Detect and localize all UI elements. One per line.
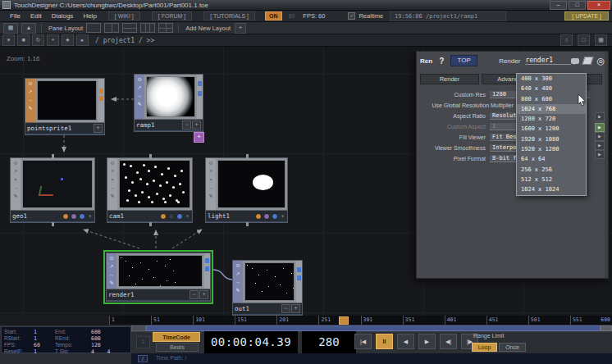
pickable-flag-dot[interactable] [168, 213, 175, 220]
edit-flag-icon[interactable]: ✎ [208, 193, 212, 200]
display-flag-icon[interactable]: ⊙ [13, 160, 17, 167]
setting-value[interactable]: 1 [34, 335, 55, 342]
beats-mode-button[interactable]: Beats [156, 343, 199, 352]
combo-arrow-icon[interactable]: ▶ [595, 123, 605, 132]
add-bookmark-icon[interactable]: + [47, 34, 59, 46]
dropdown-item[interactable]: 256 x 256 [517, 165, 586, 175]
node-ramp1[interactable]: ⊙ ↗ → ✎ ramp1 – + + [134, 74, 203, 132]
combo-arrow-icon[interactable]: ▶ [595, 150, 605, 159]
collapse-node-icon[interactable]: – [182, 121, 191, 130]
setting-value[interactable]: 600 [91, 329, 128, 335]
menu-help[interactable]: Help [83, 12, 96, 20]
language-target-icon[interactable]: ◎ [596, 57, 605, 66]
viewer-flag-icon[interactable]: ↗ [110, 168, 114, 175]
dropdown-item[interactable]: 512 x 512 [517, 175, 586, 184]
edit-flag-icon[interactable]: ✎ [13, 193, 17, 200]
more-flags-icon[interactable]: + [87, 213, 93, 220]
dropdown-item[interactable]: 1920 x 1200 [517, 144, 586, 154]
node-connector-column[interactable] [296, 261, 302, 303]
node-name-bar[interactable]: cam1 + [107, 210, 192, 222]
viewer-flag-icon[interactable]: ↗ [137, 84, 141, 92]
layout-quad-button[interactable] [158, 23, 173, 33]
node-geo1[interactable]: ⊙ ↗ × → ✎ geo1 + [10, 157, 95, 223]
playhead[interactable] [339, 316, 349, 325]
setting-value[interactable]: 600 [91, 335, 128, 342]
window-placement-icon[interactable]: ▦ [3, 23, 18, 34]
dropdown-item[interactable]: 1600 x 1200 [517, 124, 586, 134]
export-flag-icon[interactable]: → [137, 93, 142, 100]
edit-flag-icon[interactable]: ✎ [28, 105, 32, 112]
node-cam1[interactable]: ⊙ ↗ × → ✎ cam1 + [107, 157, 193, 223]
node-name-bar[interactable]: pointsprite1 + [25, 122, 104, 134]
pickable-flag-dot[interactable] [263, 213, 270, 220]
viewer-flag-icon[interactable]: ↗ [28, 89, 32, 96]
network-editor[interactable]: Zoom: 1.16 ⊙ ↗ → ✎ pointsp [0, 47, 612, 316]
link-tutorials[interactable]: [ TUTORIALS ] [203, 11, 255, 20]
help-icon[interactable]: ? [439, 57, 444, 66]
render-flag-dot[interactable] [255, 213, 262, 220]
update-button[interactable]: [ UPDATE ] [564, 11, 609, 20]
viewer-grid-icon[interactable]: ▦ [595, 34, 607, 46]
realtime-label[interactable]: Realtime [359, 12, 383, 20]
display-flag-dot[interactable] [176, 213, 183, 220]
display-flag-icon[interactable]: ⊙ [110, 160, 114, 167]
maximize-button[interactable]: □ [569, 1, 586, 10]
timeline-ruler[interactable]: 151101151201251301351401451501551600 [109, 316, 612, 325]
node-connector-column[interactable] [197, 75, 203, 119]
viewer-flag-icon[interactable]: ↗ [235, 271, 240, 278]
node-name-bar[interactable]: light1 + [206, 210, 287, 222]
resolution-dropdown[interactable]: 400 x 300640 x 480800 x 6001024 x 768128… [516, 73, 587, 196]
node-connector-column[interactable] [204, 253, 210, 289]
viewer-flag-icon[interactable]: ↗ [109, 263, 113, 271]
viewer-flag-icon[interactable]: ↗ [13, 168, 17, 175]
layout-single-button[interactable] [86, 23, 101, 33]
display-flag-icon[interactable]: ⊙ [28, 80, 32, 88]
frame-display[interactable]: 280 [302, 331, 356, 353]
node-name-bar[interactable]: ramp1 – + [135, 119, 203, 131]
more-flags-icon[interactable]: + [185, 213, 190, 220]
bypass-flag-icon[interactable]: × [209, 176, 212, 184]
bypass-flag-icon[interactable]: × [14, 176, 17, 184]
bypass-flag-icon[interactable]: × [111, 176, 114, 184]
node-name-bar[interactable]: render1 – + [107, 289, 210, 301]
dropdown-item[interactable]: 1024 x 1024 [517, 184, 586, 194]
display-flag-dot[interactable] [79, 213, 85, 220]
export-flag-icon[interactable]: → [208, 184, 213, 192]
pause-button[interactable]: II [376, 334, 393, 349]
menu-dialogs[interactable]: Dialogs [52, 12, 74, 20]
play-reverse-button[interactable]: ◀ [397, 334, 414, 349]
combo-arrow-icon[interactable]: ▶ [595, 132, 605, 141]
combo-arrow-icon[interactable]: ▶ [595, 141, 605, 150]
render-flag-dot[interactable] [160, 213, 167, 220]
parameter-panel[interactable]: Ren ? TOP Render render1 ◎ Render Advanc… [416, 51, 609, 279]
node-pointsprite1[interactable]: ⊙ ↗ → ✎ pointsprite1 + [25, 78, 105, 135]
menu-edit[interactable]: Edit [30, 12, 42, 20]
expand-node-icon[interactable]: + [291, 304, 300, 313]
combo-arrow-icon[interactable]: ▶ [595, 112, 605, 121]
collapse-node-icon[interactable]: – [281, 304, 290, 313]
edit-flag-icon[interactable]: ✎ [109, 280, 113, 287]
node-out1[interactable]: ⊙ ↗ → ✎ out1 – + [232, 260, 303, 316]
dropdown-item[interactable]: 640 x 480 [517, 84, 586, 93]
add-layout-button[interactable]: + [235, 23, 246, 34]
dropdown-item[interactable]: 1280 x 720 [517, 114, 586, 124]
comment-icon[interactable] [571, 58, 579, 64]
pickable-flag-dot[interactable] [71, 213, 77, 220]
dropdown-item[interactable]: 1024 x 768 [517, 104, 586, 114]
render-flag-dot[interactable] [62, 213, 69, 220]
op-family-button[interactable]: TOP [450, 55, 477, 66]
play-forward-button[interactable]: ▶ [418, 334, 436, 349]
timeline-scrollbar[interactable] [131, 325, 612, 331]
setting-value[interactable]: 120 [91, 342, 128, 348]
fps-setting[interactable]: FPS: 60 [303, 12, 325, 20]
edit-flag-icon[interactable]: ✎ [110, 193, 114, 200]
collapse-node-icon[interactable]: – [190, 290, 199, 299]
viewer-flag-icon[interactable]: ↗ [208, 168, 212, 175]
layout-vsplit-button[interactable] [104, 23, 119, 33]
folder-icon[interactable]: ▸ [76, 34, 89, 46]
dropdown-item[interactable]: 1920 x 1080 [517, 134, 586, 144]
edit-flag-icon[interactable]: ✎ [137, 101, 141, 108]
display-flag-icon[interactable]: ⊙ [109, 255, 113, 262]
stop-icon[interactable]: ■ [17, 34, 30, 46]
node-name-bar[interactable]: out1 – + [233, 303, 302, 315]
